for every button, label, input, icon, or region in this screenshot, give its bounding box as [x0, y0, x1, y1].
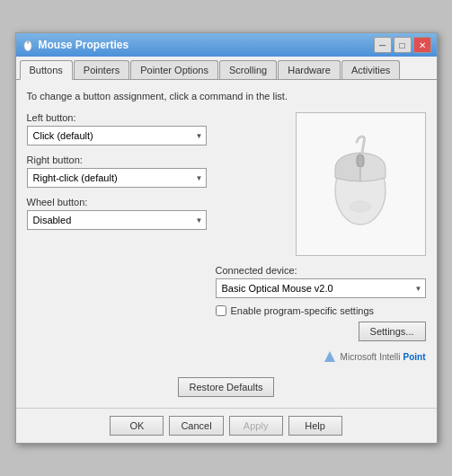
wheel-button-select-wrapper: Disabled	[27, 210, 207, 230]
restore-btn-row: Restore Defaults	[27, 377, 426, 397]
right-button-select[interactable]: Right-click (default)	[27, 168, 207, 188]
connected-device-select[interactable]: Basic Optical Mouse v2.0	[216, 278, 426, 298]
title-bar-controls: ─ □ ✕	[374, 37, 431, 53]
intelli-text: Intelli	[379, 352, 400, 362]
close-button[interactable]: ✕	[413, 37, 431, 53]
left-button-select-wrapper: Click (default)	[27, 126, 207, 145]
microsoft-text: Microsoft	[341, 352, 377, 362]
right-panel: Connected device: Basic Optical Mouse v2…	[216, 112, 426, 363]
left-panel: Left button: Click (default) Right butto…	[27, 112, 207, 363]
mouse-title-icon	[22, 39, 34, 51]
apply-button[interactable]: Apply	[229, 416, 283, 436]
svg-point-6	[350, 201, 371, 212]
left-button-select[interactable]: Click (default)	[27, 126, 207, 145]
wheel-button-label: Wheel button:	[27, 197, 207, 207]
tab-activities[interactable]: Activities	[341, 60, 400, 79]
tab-buttons[interactable]: Buttons	[20, 60, 73, 80]
tab-scrolling[interactable]: Scrolling	[219, 60, 277, 79]
tab-hardware[interactable]: Hardware	[278, 60, 341, 79]
instruction-text: To change a button assignment, click a c…	[27, 91, 426, 101]
svg-marker-7	[324, 351, 335, 362]
settings-button[interactable]: Settings...	[359, 322, 426, 341]
intellipoint-logo: Microsoft IntelliPoint	[341, 352, 426, 362]
mouse-illustration	[324, 135, 396, 234]
title-bar: Mouse Properties ─ □ ✕	[16, 33, 437, 57]
main-content: To change a button assignment, click a c…	[16, 80, 437, 408]
intellipoint-icon	[323, 350, 336, 363]
footer: OK Cancel Apply Help	[16, 408, 437, 443]
main-content-row: Left button: Click (default) Right butto…	[27, 112, 426, 363]
right-button-label: Right button:	[27, 154, 207, 165]
connected-device-select-wrapper: Basic Optical Mouse v2.0	[216, 278, 426, 298]
tab-bar: Buttons Pointers Pointer Options Scrolli…	[16, 57, 437, 80]
right-button-select-wrapper: Right-click (default)	[27, 168, 207, 188]
program-specific-label: Enable program-specific settings	[231, 305, 375, 316]
tab-pointers[interactable]: Pointers	[74, 60, 129, 79]
wheel-button-select[interactable]: Disabled	[27, 210, 207, 230]
ok-button[interactable]: OK	[110, 416, 164, 436]
point-text: Point	[403, 352, 426, 362]
right-button-group: Right button: Right-click (default)	[27, 154, 207, 188]
title-bar-left: Mouse Properties	[22, 39, 129, 51]
checkbox-row: Enable program-specific settings	[216, 305, 426, 316]
maximize-button[interactable]: □	[394, 37, 412, 53]
restore-defaults-button[interactable]: Restore Defaults	[178, 377, 275, 397]
left-button-label: Left button:	[27, 112, 207, 123]
left-button-group: Left button: Click (default)	[27, 112, 207, 145]
intellipoint-row: Microsoft IntelliPoint	[216, 350, 426, 363]
mouse-properties-window: Mouse Properties ─ □ ✕ Buttons Pointers …	[15, 32, 438, 444]
window-title: Mouse Properties	[39, 39, 129, 51]
connected-section: Connected device: Basic Optical Mouse v2…	[216, 265, 426, 298]
minimize-button[interactable]: ─	[374, 37, 392, 53]
tab-pointer-options[interactable]: Pointer Options	[130, 60, 218, 79]
wheel-button-group: Wheel button: Disabled	[27, 197, 207, 230]
mouse-image-area	[296, 112, 426, 256]
settings-btn-row: Settings...	[216, 322, 426, 341]
connected-device-label: Connected device:	[216, 265, 426, 276]
program-specific-checkbox[interactable]	[216, 305, 226, 316]
cancel-button[interactable]: Cancel	[169, 416, 223, 436]
help-button[interactable]: Help	[288, 416, 342, 436]
